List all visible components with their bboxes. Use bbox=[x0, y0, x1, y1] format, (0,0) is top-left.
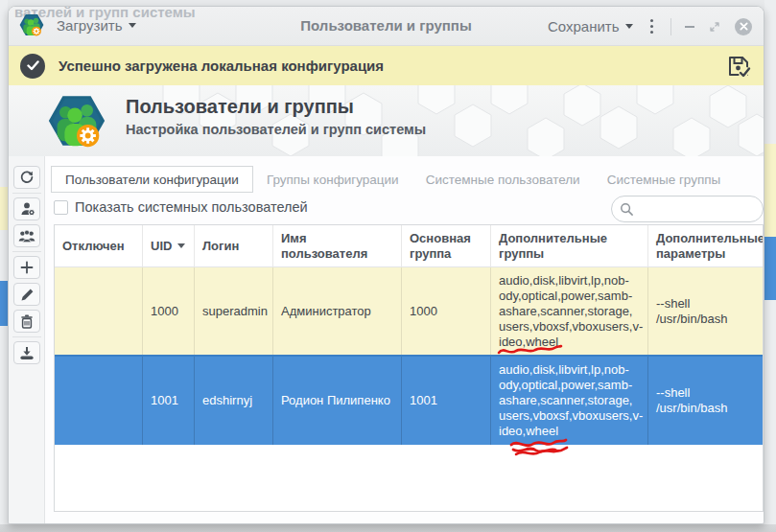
cell-primary-group: 1001 bbox=[402, 357, 491, 445]
tab-system-users[interactable]: Системные пользователи bbox=[412, 166, 594, 193]
save-button-label: Сохранить bbox=[548, 18, 620, 35]
tab-config-users[interactable]: Пользователи конфигурации bbox=[51, 166, 253, 193]
side-toolbar bbox=[9, 156, 45, 524]
restore-button[interactable] bbox=[708, 20, 721, 34]
page-title: Пользователи и группы bbox=[126, 96, 354, 118]
hexagon-pattern bbox=[9, 85, 764, 156]
background-row-yellow bbox=[764, 144, 776, 237]
search-icon bbox=[620, 202, 634, 217]
cell-additional-params: --shell /usr/bin/bash bbox=[648, 267, 763, 355]
close-icon bbox=[740, 22, 748, 31]
table-row-edshirnyj[interactable]: 1001 edshirnyj Родион Пилипенко 1001 aud… bbox=[55, 355, 763, 445]
cell-disabled bbox=[55, 267, 143, 355]
minimize-button[interactable] bbox=[685, 26, 694, 28]
cell-additional-groups: audio,disk,libvirt,lp,nob- ody,optical,p… bbox=[491, 267, 648, 355]
background-window-right-edge bbox=[764, 0, 776, 532]
tab-config-groups[interactable]: Группы конфигурации bbox=[253, 166, 412, 193]
toolbar-divider bbox=[12, 336, 41, 337]
cell-login: edshirnyj bbox=[195, 357, 273, 445]
save-floppy-check-icon bbox=[725, 53, 752, 80]
users-group-icon bbox=[18, 229, 35, 243]
tab-system-groups[interactable]: Системные группы bbox=[594, 166, 735, 193]
col-additional-groups[interactable]: Дополнительные группы bbox=[491, 225, 648, 267]
add-user-button[interactable] bbox=[13, 256, 40, 279]
delete-user-button[interactable] bbox=[13, 310, 40, 333]
toolbar-divider bbox=[12, 251, 41, 252]
user-settings-icon bbox=[19, 201, 35, 217]
cell-full-name: Администратор bbox=[273, 267, 402, 355]
toolbar-divider bbox=[12, 193, 41, 194]
refresh-button[interactable] bbox=[13, 166, 40, 189]
edit-user-button[interactable] bbox=[13, 283, 40, 306]
tab-bar: Пользователи конфигурации Группы конфигу… bbox=[51, 166, 734, 193]
sort-desc-icon bbox=[177, 243, 185, 248]
search-input[interactable] bbox=[638, 202, 748, 217]
content-area: Пользователи конфигурации Группы конфигу… bbox=[9, 156, 764, 524]
delete-trash-icon bbox=[20, 314, 34, 329]
cell-additional-groups: audio,disk,libvirt,lp,nob- ody,optical,p… bbox=[491, 357, 648, 445]
show-system-users-label: Показать системных пользователей bbox=[75, 199, 308, 215]
cell-login: superadmin bbox=[195, 267, 273, 355]
titlebar-separator bbox=[670, 18, 671, 35]
refresh-icon bbox=[19, 170, 35, 185]
success-check-icon bbox=[20, 54, 45, 79]
col-login[interactable]: Логин bbox=[195, 225, 273, 267]
notification-message: Успешно загружена локальная конфигурация bbox=[59, 58, 384, 74]
cell-additional-params: --shell /usr/bin/bash bbox=[648, 357, 763, 445]
cell-uid: 1001 bbox=[143, 357, 195, 445]
col-full-name[interactable]: Имя пользователя bbox=[273, 225, 402, 267]
load-dropdown-button[interactable]: Загрузить bbox=[57, 17, 136, 34]
close-button[interactable] bbox=[735, 18, 752, 35]
background-window-left-edge bbox=[0, 0, 8, 532]
background-row-blue bbox=[764, 237, 776, 300]
col-additional-params[interactable]: Дополнительные параметры bbox=[648, 225, 763, 267]
load-button-label: Загрузить bbox=[57, 17, 123, 34]
background-row-yellow bbox=[0, 187, 8, 230]
page-subtitle: Настройка пользователей и групп системы bbox=[126, 122, 426, 137]
cell-uid: 1000 bbox=[143, 267, 195, 355]
notification-bar: Успешно загружена локальная конфигурация bbox=[9, 46, 764, 85]
cell-primary-group: 1000 bbox=[402, 267, 491, 355]
import-download-icon bbox=[19, 346, 35, 360]
show-system-users-checkbox[interactable] bbox=[54, 200, 68, 215]
save-config-button[interactable] bbox=[725, 53, 752, 80]
page-header: Пользователи и группы Настройка пользова… bbox=[9, 85, 764, 156]
menu-kebab-icon[interactable] bbox=[647, 17, 658, 36]
users-groups-window: вателей и групп системы Загрузить Пользо… bbox=[8, 6, 764, 524]
titlebar: вателей и групп системы Загрузить Пользо… bbox=[9, 7, 764, 46]
background-row-blue bbox=[0, 281, 8, 326]
col-disabled[interactable]: Отключен bbox=[55, 225, 143, 267]
user-settings-button[interactable] bbox=[13, 197, 40, 220]
add-icon bbox=[20, 261, 34, 274]
import-button[interactable] bbox=[13, 341, 40, 364]
search-field[interactable] bbox=[611, 196, 764, 222]
edit-pencil-icon bbox=[20, 288, 35, 302]
table-row-superadmin[interactable]: 1000 superadmin Администратор 1000 audio… bbox=[55, 267, 763, 355]
users-groups-app-icon bbox=[45, 89, 108, 152]
cell-disabled bbox=[55, 357, 143, 445]
col-uid[interactable]: UID bbox=[143, 225, 195, 267]
users-group-button[interactable] bbox=[13, 224, 40, 247]
app-icon bbox=[18, 12, 45, 38]
window-shadow bbox=[0, 524, 776, 532]
users-table: Отключен UID Логин Имя пользователя Осно… bbox=[54, 224, 764, 512]
cell-full-name: Родион Пилипенко bbox=[273, 357, 402, 445]
table-header-row: Отключен UID Логин Имя пользователя Осно… bbox=[55, 225, 763, 267]
chevron-down-icon bbox=[625, 24, 633, 29]
col-primary-group[interactable]: Основная группа bbox=[402, 225, 491, 267]
chevron-down-icon bbox=[129, 23, 136, 28]
save-dropdown-button[interactable]: Сохранить bbox=[548, 18, 633, 35]
